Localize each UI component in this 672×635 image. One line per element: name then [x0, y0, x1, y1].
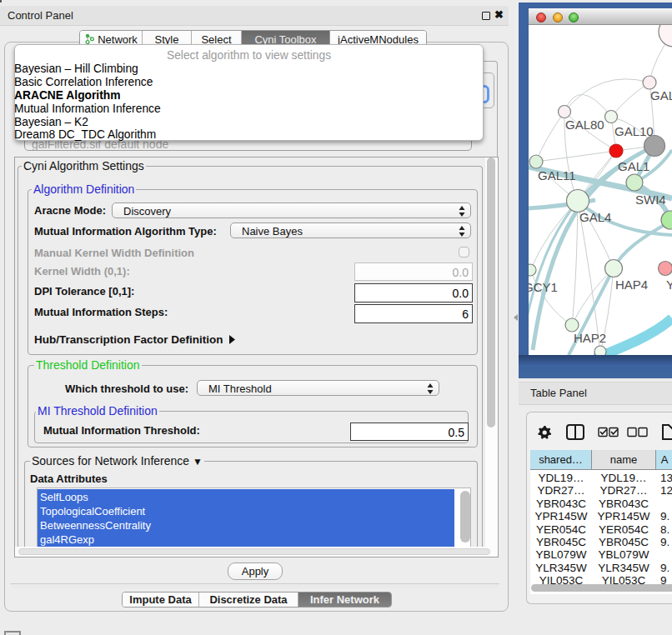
svg-text:GAL11: GAL11 — [538, 168, 576, 182]
svg-text:GAL4: GAL4 — [579, 210, 611, 224]
svg-text:Y: Y — [666, 278, 672, 292]
svg-text:GAL80: GAL80 — [565, 118, 604, 132]
svg-text:GCY1: GCY1 — [529, 280, 558, 294]
svg-text:HAP4: HAP4 — [615, 278, 648, 292]
svg-text:GAL1: GAL1 — [618, 159, 649, 173]
svg-text:GAL10: GAL10 — [614, 124, 654, 138]
svg-text:SWI4: SWI4 — [635, 192, 666, 207]
svg-text:HAP2: HAP2 — [574, 331, 606, 345]
svg-text:GAL: GAL — [650, 88, 672, 102]
